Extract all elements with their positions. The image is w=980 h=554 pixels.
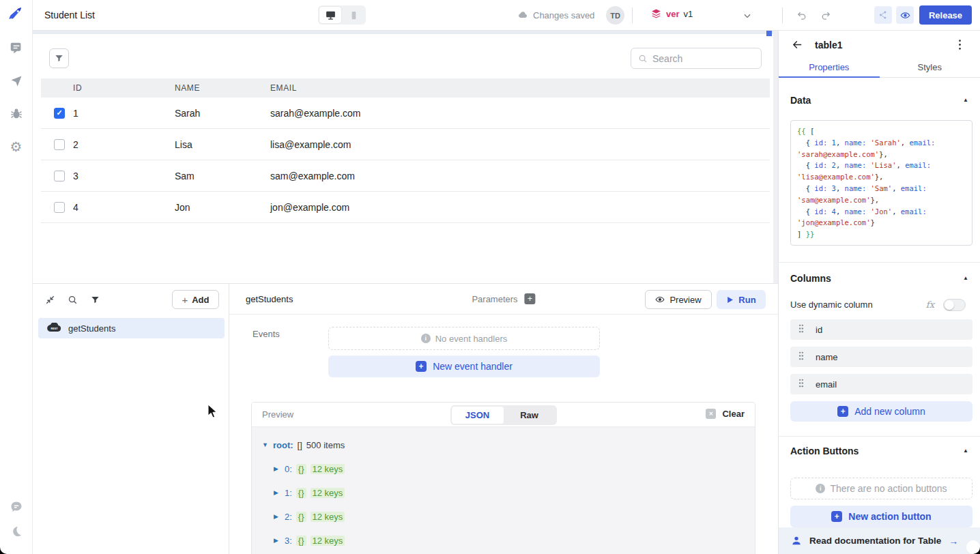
table-row[interactable]: 1Sarahsarah@example.com — [41, 98, 770, 129]
column-item[interactable]: id — [790, 319, 972, 340]
widget-name[interactable]: table1 — [815, 40, 842, 50]
rocket-logo[interactable] — [9, 7, 24, 22]
play-icon — [726, 296, 734, 304]
tree-item[interactable]: ▶3:{}12 keys — [274, 535, 755, 546]
resize-handle[interactable] — [766, 31, 772, 36]
triangle-right-icon: ▶ — [274, 489, 280, 496]
row-checkbox[interactable] — [54, 171, 65, 181]
checkbox-cell — [41, 202, 73, 213]
more-options-icon[interactable] — [958, 39, 962, 50]
tree-item[interactable]: ▶2:{}12 keys — [274, 511, 755, 522]
collapse-panel-icon[interactable] — [44, 293, 56, 306]
dynamic-column-toggle[interactable] — [943, 299, 966, 311]
code-line: ] }} — [797, 229, 966, 240]
preview-query-label: Preview — [669, 295, 701, 305]
version-value: v1 — [684, 9, 693, 19]
tree-item-count: 12 keys — [311, 512, 345, 522]
table-row[interactable]: 4Jonjon@example.com — [41, 192, 770, 223]
drag-handle-icon[interactable] — [798, 379, 804, 390]
release-button[interactable]: Release — [919, 5, 972, 25]
tree-items: ▶0:{}12 keys▶1:{}12 keys▶2:{}12 keys▶3:{… — [262, 463, 755, 546]
table-filter-button[interactable] — [49, 48, 69, 68]
row-checkbox[interactable] — [54, 202, 65, 213]
add-new-column-label: Add new column — [854, 406, 925, 417]
collapse-action-buttons-icon[interactable]: ▲ — [963, 448, 968, 454]
run-query-label: Run — [738, 295, 755, 305]
column-item[interactable]: name — [790, 347, 972, 367]
new-event-handler-button[interactable]: New event handler — [328, 355, 600, 377]
run-query-button[interactable]: Run — [717, 290, 766, 309]
table-row[interactable]: 3Samsam@example.com — [41, 160, 770, 192]
share-button[interactable] — [874, 6, 892, 24]
mobile-icon — [349, 10, 359, 20]
docs-icon[interactable] — [9, 41, 24, 56]
tree-item[interactable]: ▶1:{}12 keys — [274, 487, 755, 498]
row-checkbox[interactable] — [54, 108, 65, 119]
rest-api-icon: REST — [47, 323, 61, 334]
table-row[interactable]: 2Lisalisa@example.com — [41, 129, 770, 160]
table-search-input[interactable] — [652, 53, 741, 64]
settings-icon[interactable]: ⚙ — [9, 139, 24, 154]
table-data-code-editor[interactable]: {{ [ { id: 1, name: 'Sarah', email:'sara… — [790, 120, 972, 246]
tab-raw[interactable]: Raw — [504, 407, 556, 424]
table-header-row: IDNAMEEMAIL — [41, 78, 770, 98]
code-line: 'jon@example.com'} — [797, 217, 966, 229]
search-icon — [638, 54, 648, 63]
avatar[interactable]: TD — [606, 6, 624, 25]
undo-button[interactable] — [793, 6, 811, 24]
pointer-icon[interactable] — [9, 74, 24, 89]
clear-response-button[interactable]: Clear — [706, 409, 745, 419]
tree-root-type: [] — [298, 440, 302, 450]
read-documentation-link[interactable]: Read documentation for Table → — [779, 527, 980, 554]
action-buttons-section-title: Action Buttons — [790, 446, 859, 456]
add-query-button[interactable]: + Add — [172, 290, 219, 309]
tree-item-index: 2: — [285, 512, 292, 522]
search-queries-icon[interactable] — [66, 293, 78, 306]
query-editor-header: getStudents Parameters Preview Run — [229, 284, 778, 315]
add-new-column-button[interactable]: Add new column — [790, 401, 972, 422]
collapse-data-icon[interactable]: ▲ — [963, 97, 968, 103]
column-item-label: name — [816, 352, 838, 362]
tab-properties[interactable]: Properties — [779, 58, 880, 77]
tree-item-type: {} — [296, 464, 306, 474]
chat-icon[interactable] — [9, 499, 24, 514]
cell-email: lisa@example.com — [270, 139, 770, 150]
dark-mode-icon[interactable] — [9, 524, 24, 539]
drag-handle-icon[interactable] — [798, 351, 804, 362]
fx-icon[interactable]: fx — [926, 300, 934, 310]
tree-item-count: 12 keys — [311, 536, 345, 546]
parameters-label: Parameters — [472, 294, 517, 304]
column-item[interactable]: email — [790, 374, 972, 394]
add-parameter-icon[interactable] — [525, 293, 536, 304]
response-format-tabs: JSON Raw — [450, 405, 557, 425]
code-line: { id: 4, name: 'Jon', email: — [797, 206, 966, 218]
response-panel: Preview JSON Raw Clear ▼ root: [] 500 it… — [251, 402, 755, 554]
preview-app-button[interactable] — [896, 6, 914, 24]
mobile-mode-button[interactable] — [343, 7, 364, 23]
new-action-button[interactable]: New action button — [790, 506, 972, 527]
drag-handle-icon[interactable] — [798, 324, 804, 335]
tab-styles[interactable]: Styles — [880, 58, 980, 77]
desktop-mode-button[interactable] — [319, 7, 341, 23]
filter-queries-icon[interactable] — [89, 293, 101, 306]
chevron-down-icon[interactable] — [743, 11, 752, 20]
add-query-label: Add — [192, 295, 209, 305]
parameters-control[interactable]: Parameters — [472, 293, 535, 304]
query-list-item[interactable]: RESTgetStudents — [38, 318, 225, 338]
back-arrow-icon[interactable] — [792, 39, 803, 50]
redo-button[interactable] — [816, 6, 834, 24]
filter-icon — [55, 54, 63, 63]
preview-query-button[interactable]: Preview — [645, 290, 712, 309]
bug-icon[interactable] — [9, 106, 24, 121]
canvas: IDNAMEEMAIL 1Sarahsarah@example.com2Lisa… — [33, 31, 773, 283]
checkbox-cell — [41, 139, 73, 150]
tab-json[interactable]: JSON — [452, 407, 504, 424]
tree-root-row[interactable]: ▼ root: [] 500 items — [262, 439, 755, 450]
property-pane: table1 Properties Styles Data ▲ {{ [ { i… — [778, 31, 980, 554]
row-checkbox[interactable] — [54, 139, 65, 150]
code-line: { id: 3, name: 'Sam', email: — [797, 183, 966, 194]
version-selector[interactable]: ver v1 — [650, 8, 693, 20]
collapse-columns-icon[interactable]: ▲ — [963, 275, 968, 281]
tree-item[interactable]: ▶0:{}12 keys — [274, 463, 755, 474]
query-title: getStudents — [246, 294, 293, 304]
